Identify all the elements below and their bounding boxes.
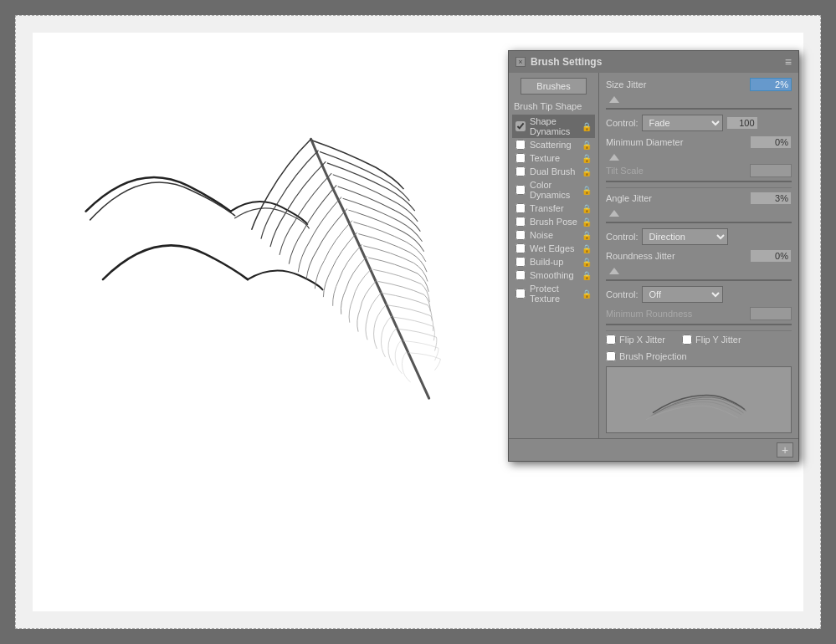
panel-menu-icon[interactable]: ≡ bbox=[785, 55, 792, 69]
lock-dual-brush: 🔒 bbox=[582, 167, 592, 176]
checkbox-build-up[interactable] bbox=[515, 257, 526, 267]
roundness-control-select[interactable]: Off Fade Pen Pressure bbox=[642, 286, 723, 303]
flip-y-row: Flip Y Jitter bbox=[682, 335, 741, 345]
lock-scattering: 🔒 bbox=[582, 141, 592, 150]
flip-x-row: Flip X Jitter bbox=[606, 335, 665, 345]
label-scattering: Scattering bbox=[530, 140, 572, 150]
min-roundness-row: Minimum Roundness bbox=[606, 307, 792, 320]
tilt-scale-track bbox=[606, 181, 792, 182]
checkbox-noise[interactable] bbox=[515, 230, 526, 240]
list-item-smoothing[interactable]: Smoothing 🔒 bbox=[512, 268, 595, 282]
lock-build-up: 🔒 bbox=[582, 258, 592, 267]
list-item-dual-brush[interactable]: Dual Brush 🔒 bbox=[512, 165, 595, 178]
brush-projection-label: Brush Projection bbox=[619, 351, 687, 361]
separator-1 bbox=[606, 187, 792, 188]
label-wet-edges: Wet Edges bbox=[530, 243, 575, 253]
size-jitter-input[interactable] bbox=[750, 78, 792, 91]
brush-projection-row: Brush Projection bbox=[606, 351, 792, 361]
roundness-control-row: Control: Off Fade Pen Pressure bbox=[606, 286, 792, 303]
control-number-size[interactable] bbox=[726, 116, 758, 130]
flip-y-checkbox[interactable] bbox=[682, 335, 692, 345]
control-select-size[interactable]: Fade Off Pen Pressure Pen Tilt bbox=[642, 115, 723, 131]
lock-color-dynamics: 🔒 bbox=[582, 186, 592, 195]
panel-titlebar: × Brush Settings ≡ bbox=[509, 51, 798, 73]
size-jitter-row: Size Jitter bbox=[606, 78, 792, 91]
list-item-scattering[interactable]: Scattering 🔒 bbox=[512, 138, 595, 151]
panel-title: Brush Settings bbox=[531, 56, 602, 68]
angle-jitter-slider-triangle[interactable] bbox=[609, 210, 619, 217]
roundness-jitter-slider-triangle[interactable] bbox=[609, 268, 619, 274]
label-dual-brush: Dual Brush bbox=[530, 166, 575, 176]
size-jitter-slider-triangle[interactable] bbox=[609, 96, 619, 103]
label-smoothing: Smoothing bbox=[530, 270, 574, 280]
roundness-jitter-row: Roundness Jitter bbox=[606, 249, 792, 263]
checkbox-wet-edges[interactable] bbox=[515, 243, 526, 253]
brush-preview bbox=[606, 366, 792, 433]
flip-x-label: Flip X Jitter bbox=[619, 335, 665, 345]
list-item-noise[interactable]: Noise 🔒 bbox=[512, 228, 595, 242]
min-roundness-input[interactable] bbox=[750, 307, 792, 320]
lock-shape-dynamics: 🔒 bbox=[582, 122, 592, 131]
roundness-control-label: Control: bbox=[606, 289, 639, 299]
brushes-button[interactable]: Brushes bbox=[521, 78, 586, 95]
checkbox-scattering[interactable] bbox=[515, 140, 526, 150]
add-button[interactable]: + bbox=[777, 442, 793, 457]
label-shape-dynamics: Shape Dynamics bbox=[530, 116, 582, 136]
label-texture: Texture bbox=[530, 153, 560, 163]
angle-control-row: Control: Direction Off Fade Pen Pressure… bbox=[606, 228, 792, 245]
brush-options-list: Shape Dynamics 🔒 Scattering 🔒 Texture 🔒 … bbox=[512, 115, 595, 305]
label-protect-texture: Protect Texture bbox=[530, 284, 582, 304]
angle-jitter-row: Angle Jitter bbox=[606, 192, 792, 205]
checkbox-smoothing[interactable] bbox=[515, 270, 526, 280]
checkbox-dual-brush[interactable] bbox=[515, 166, 526, 176]
tilt-scale-label: Tilt Scale bbox=[606, 166, 746, 176]
label-build-up: Build-up bbox=[530, 257, 563, 267]
panel-left-column: Brushes Brush Tip Shape Shape Dynamics 🔒… bbox=[509, 73, 599, 438]
min-diameter-row: Minimum Diameter bbox=[606, 135, 792, 149]
min-diameter-label: Minimum Diameter bbox=[606, 137, 746, 147]
list-item-transfer[interactable]: Transfer 🔒 bbox=[512, 202, 595, 215]
min-roundness-label: Minimum Roundness bbox=[606, 309, 746, 319]
min-diameter-input[interactable] bbox=[750, 135, 792, 149]
size-jitter-label: Size Jitter bbox=[606, 79, 746, 89]
min-diameter-slider-triangle[interactable] bbox=[609, 154, 619, 161]
list-item-build-up[interactable]: Build-up 🔒 bbox=[512, 255, 595, 268]
preview-svg bbox=[607, 367, 791, 432]
flip-y-label: Flip Y Jitter bbox=[695, 335, 741, 345]
tilt-scale-input[interactable] bbox=[750, 164, 792, 177]
lock-texture: 🔒 bbox=[582, 154, 592, 163]
checkbox-protect-texture[interactable] bbox=[515, 289, 526, 299]
tilt-scale-row: Tilt Scale bbox=[606, 164, 792, 177]
roundness-jitter-input[interactable] bbox=[750, 249, 792, 263]
checkbox-transfer[interactable] bbox=[515, 203, 526, 213]
list-item-color-dynamics[interactable]: Color Dynamics 🔒 bbox=[512, 178, 595, 202]
panel-footer: + bbox=[509, 438, 798, 461]
brush-tip-shape-label: Brush Tip Shape bbox=[512, 101, 595, 111]
list-item-protect-texture[interactable]: Protect Texture 🔒 bbox=[512, 282, 595, 305]
checkbox-color-dynamics[interactable] bbox=[515, 185, 526, 195]
angle-control-label: Control: bbox=[606, 232, 639, 242]
list-item-brush-pose[interactable]: Brush Pose 🔒 bbox=[512, 215, 595, 228]
panel-right-column: Size Jitter Control: Fade Off Pen Pressu… bbox=[599, 73, 798, 438]
checkbox-brush-pose[interactable] bbox=[515, 217, 526, 227]
label-brush-pose: Brush Pose bbox=[530, 217, 577, 227]
separator-2 bbox=[606, 330, 792, 331]
list-item-wet-edges[interactable]: Wet Edges 🔒 bbox=[512, 242, 595, 255]
checkbox-shape-dynamics[interactable] bbox=[515, 121, 526, 131]
control-label-size: Control: bbox=[606, 118, 639, 128]
angle-jitter-track bbox=[606, 222, 792, 223]
angle-control-select[interactable]: Direction Off Fade Pen Pressure Initial … bbox=[642, 228, 728, 245]
brush-projection-checkbox[interactable] bbox=[606, 351, 616, 361]
roundness-jitter-track bbox=[606, 279, 792, 281]
panel-close-button[interactable]: × bbox=[515, 57, 526, 67]
label-transfer: Transfer bbox=[530, 203, 564, 213]
list-item-shape-dynamics[interactable]: Shape Dynamics 🔒 bbox=[512, 115, 595, 138]
list-item-texture[interactable]: Texture 🔒 bbox=[512, 151, 595, 165]
lock-noise: 🔒 bbox=[582, 231, 592, 240]
checkbox-texture[interactable] bbox=[515, 153, 526, 163]
control-row-size: Control: Fade Off Pen Pressure Pen Tilt bbox=[606, 115, 792, 131]
angle-jitter-input[interactable] bbox=[750, 192, 792, 205]
flip-x-checkbox[interactable] bbox=[606, 335, 616, 345]
min-roundness-track bbox=[606, 324, 792, 325]
angle-jitter-label: Angle Jitter bbox=[606, 193, 746, 203]
